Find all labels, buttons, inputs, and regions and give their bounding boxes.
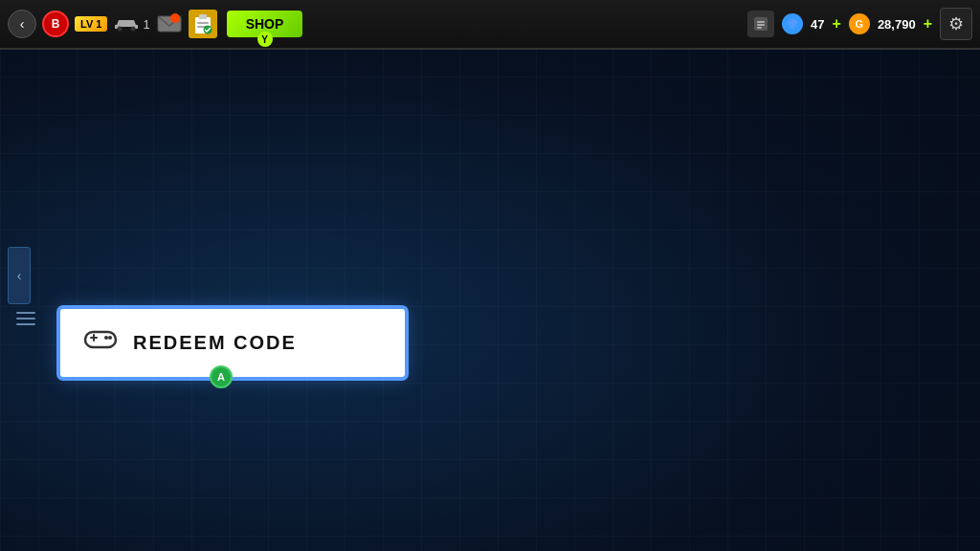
gear-icon: ⚙ (948, 13, 964, 34)
topbar-right: 47 + G 28,790 + ⚙ (747, 8, 972, 40)
wrench-icon (752, 15, 769, 33)
svg-rect-10 (757, 21, 765, 23)
mail-button[interactable] (156, 13, 183, 34)
shop-y-indicator: Y (257, 32, 273, 47)
tasks-button[interactable] (189, 10, 217, 38)
shop-button-wrap[interactable]: SHOP Y (227, 11, 303, 37)
hamburger-menu[interactable] (13, 306, 38, 331)
gem-icon (782, 13, 803, 34)
svg-rect-5 (199, 14, 207, 19)
svg-marker-13 (787, 18, 798, 30)
svg-point-0 (118, 27, 122, 32)
svg-rect-12 (757, 27, 762, 29)
gem-add-button[interactable]: + (833, 15, 841, 33)
hamburger-line-1 (16, 312, 35, 314)
car-icon (113, 15, 140, 33)
settings-button[interactable]: ⚙ (940, 8, 972, 40)
topbar-left: ‹ B LV 1 1 (8, 10, 302, 38)
svg-rect-7 (197, 26, 205, 28)
diamond-icon (786, 17, 799, 31)
background-grid (0, 0, 980, 551)
left-arrow-button[interactable]: ‹ (8, 247, 31, 304)
topbar: ‹ B LV 1 1 (0, 0, 980, 50)
hamburger-line-3 (16, 323, 35, 325)
coin-count: 28,790 (878, 17, 916, 32)
back-button[interactable]: ‹ (8, 10, 36, 38)
mail-icon (156, 13, 183, 34)
car-info[interactable]: 1 (113, 15, 149, 33)
gem-count: 47 (811, 17, 824, 32)
svg-rect-11 (757, 24, 765, 26)
car-count: 1 (143, 17, 149, 32)
svg-point-1 (131, 27, 136, 32)
clipboard-icon (193, 13, 212, 34)
coin-icon: G (849, 13, 870, 34)
hamburger-line-2 (16, 318, 35, 320)
svg-rect-6 (197, 22, 209, 24)
chevron-left-icon: ‹ (17, 268, 22, 283)
level-badge: LV 1 (75, 16, 107, 32)
tools-icon[interactable] (747, 11, 774, 37)
b-badge: B (42, 11, 69, 37)
coin-add-button[interactable]: + (924, 15, 932, 33)
svg-point-3 (170, 13, 180, 23)
